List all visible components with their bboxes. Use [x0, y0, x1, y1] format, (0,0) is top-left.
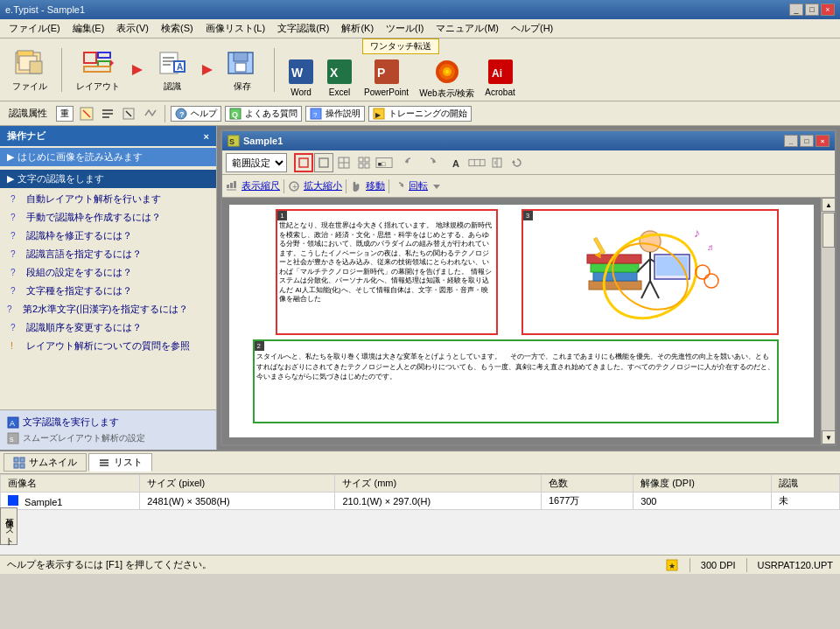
sidebar-item-4[interactable]: ? 段組の設定をするには？ [0, 263, 216, 282]
svg-rect-18 [234, 52, 248, 61]
footer-item-0[interactable]: A 文字認識を実行します [7, 414, 209, 430]
sidebar-section2[interactable]: ▶ 文字の認識をします [0, 170, 216, 188]
menu-tools[interactable]: ツール(I) [381, 20, 429, 37]
excel-button[interactable]: X Excel [322, 56, 357, 101]
title-bar: e.Typist - Sample1 _ □ × [0, 0, 840, 19]
minimize-button[interactable]: _ [789, 3, 803, 16]
tool-table2[interactable] [467, 153, 486, 172]
svg-text:★: ★ [668, 562, 676, 570]
menu-search[interactable]: 検索(S) [156, 20, 199, 37]
svg-rect-74 [227, 185, 229, 188]
scroll-down-btn[interactable]: ▼ [822, 430, 835, 444]
tool-rotate-left[interactable] [401, 153, 420, 172]
attr-item[interactable]: 認識属性 [4, 105, 52, 122]
acrobat-button[interactable]: Ai Acrobat [481, 56, 518, 101]
maximize-button[interactable]: □ [805, 3, 819, 16]
tab-thumbnail[interactable]: サムネイル [4, 453, 87, 472]
tool-special[interactable]: ■□ [374, 153, 394, 172]
sidebar-item-5[interactable]: ? 文字種を指定するには？ [0, 282, 216, 300]
training-btn[interactable]: ▶ トレーニングの開始 [368, 106, 472, 122]
recognize-button[interactable]: A 認識 [150, 45, 195, 94]
svg-rect-103 [20, 458, 24, 462]
svg-point-29 [445, 70, 449, 73]
sketch-svg: ♪ ♬ [571, 211, 729, 333]
doc-title-icon: S [228, 135, 240, 147]
menu-file[interactable]: ファイル(E) [4, 20, 66, 37]
toolbar-icon1[interactable] [77, 104, 96, 123]
save-button[interactable]: 保存 [220, 45, 265, 94]
doc-close-btn[interactable]: × [816, 135, 830, 147]
save-icon [225, 47, 260, 79]
image-box-1[interactable]: 3 [522, 209, 779, 335]
view-select[interactable]: 範囲設定 選択 移動 回転 [226, 153, 287, 172]
tool-rect1[interactable] [294, 153, 313, 172]
tool-text[interactable]: A [447, 153, 466, 172]
zoom-label: 表示縮尺 [242, 179, 280, 192]
sidebar-item-3[interactable]: ? 認識言語を指定するには？ [0, 245, 216, 263]
layout-button[interactable]: レイアウト [71, 45, 125, 94]
toolbar-icon2[interactable] [98, 104, 117, 123]
svg-text:■□: ■□ [378, 159, 386, 167]
text-box-2[interactable]: 2 スタイルへと、私たちを取り巻く環境は大きな変革をとげようとしています。 その… [253, 339, 779, 423]
item0-icon: ? [10, 194, 23, 204]
tool-rect2[interactable] [314, 153, 333, 172]
rotate-dropdown[interactable] [431, 180, 442, 192]
svg-text:♬: ♬ [707, 242, 714, 252]
sidebar-item-6[interactable]: ? 第2水準文字(旧漢字)を指定するには？ [0, 300, 216, 318]
faq-btn[interactable]: Q よくある質問 [225, 106, 302, 122]
menu-ocr[interactable]: 文字認識(R) [272, 20, 334, 37]
close-button[interactable]: × [821, 3, 835, 16]
sidebar-item-8[interactable]: ! レイアウト解析についての質問を参照 [0, 337, 216, 355]
manual-btn[interactable]: ? 操作説明 [305, 106, 365, 122]
tool-rotate-right[interactable] [421, 153, 440, 172]
svg-point-100 [696, 265, 710, 279]
vert-tab[interactable]: 画像リスト [0, 507, 18, 545]
scroll-up-btn[interactable]: ▲ [822, 198, 835, 212]
tool-table[interactable] [334, 153, 354, 172]
menu-help[interactable]: ヘルプ(H) [506, 20, 558, 37]
menu-view[interactable]: 表示(V) [111, 20, 154, 37]
svg-marker-73 [512, 160, 515, 163]
svg-marker-16 [202, 65, 213, 75]
web-button[interactable]: Web表示/検索 [416, 56, 478, 101]
doc-minimize-btn[interactable]: _ [784, 135, 798, 147]
tool-reset[interactable] [508, 153, 527, 172]
sidebar-item-0[interactable]: ? 自動レイアウト解析を行います [0, 190, 216, 208]
manual-label: 操作説明 [326, 108, 360, 120]
toolbar-icon4[interactable] [140, 104, 159, 123]
menu-manual[interactable]: マニュアル(M) [430, 20, 504, 37]
sidebar-item-7[interactable]: ? 認識順序を変更するには？ [0, 318, 216, 337]
powerpoint-button[interactable]: P PowerPoint [360, 56, 412, 101]
tool-grid[interactable] [354, 153, 374, 172]
file-button[interactable]: ファイル [7, 45, 52, 94]
footer-item-1[interactable]: s スムーズレイアウト解析の設定 [7, 430, 209, 446]
sidebar-close-button[interactable]: × [204, 131, 209, 142]
scroll-track[interactable] [822, 212, 835, 430]
scroll-thumb[interactable] [822, 213, 835, 248]
word-button[interactable]: W Word [284, 56, 318, 101]
recognize-label: 認識 [164, 80, 181, 93]
acrobat-label: Acrobat [485, 87, 514, 97]
sidebar-item-1[interactable]: ? 手動で認識枠を作成するには？ [0, 208, 216, 227]
status-help-text: ヘルプを表示するには [F1] を押してください。 [7, 558, 212, 571]
text-box-1-content: 世紀となり、現在世界は今大きく揺れています。 地球規模の新時代を模索し、政治・経… [279, 213, 494, 304]
toolbar-icon3[interactable] [119, 104, 138, 123]
sidebar-item-2[interactable]: ? 認識枠を修正するには？ [0, 227, 216, 245]
menu-edit[interactable]: 編集(E) [67, 20, 110, 37]
excel-label: Excel [329, 87, 350, 97]
sidebar-section1[interactable]: ▶ はじめに画像を読み込みます [0, 148, 216, 166]
tool-settings[interactable] [487, 153, 507, 172]
image-box-1-num: 3 [522, 210, 533, 220]
table-row[interactable]: Sample1 2481(W) × 3508(H) 210.1(W) × 297… [1, 493, 840, 510]
menu-imagelist[interactable]: 画像リスト(L) [200, 20, 270, 37]
doc-restore-btn[interactable]: □ [800, 135, 814, 147]
text-box-1[interactable]: 1 世紀となり、現在世界は今大きく揺れています。 地球規模の新時代を模索し、政治… [276, 209, 498, 335]
heavy-btn[interactable]: 重 [56, 106, 74, 122]
web-label: Web表示/検索 [419, 87, 474, 100]
menu-analyze[interactable]: 解析(K) [336, 20, 379, 37]
tab-list[interactable]: リスト [88, 453, 152, 472]
help-btn[interactable]: ? ヘルプ [171, 106, 221, 122]
svg-rect-61 [365, 164, 369, 168]
list-icon [98, 457, 110, 469]
doc-scrollbar[interactable]: ▲ ▼ [821, 198, 835, 444]
